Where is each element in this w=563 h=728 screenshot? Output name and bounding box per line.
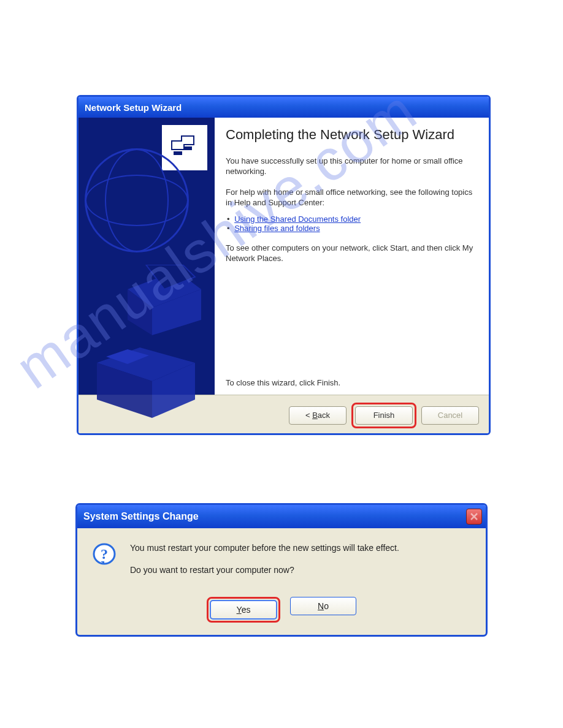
- wizard-titlebar[interactable]: Network Setup Wizard: [79, 97, 489, 118]
- wizard-close-hint: To close this wizard, click Finish.: [226, 378, 340, 387]
- svg-rect-2: [182, 137, 193, 144]
- no-button[interactable]: No: [290, 597, 356, 615]
- close-icon: [470, 512, 478, 521]
- globe-decoration-icon: [85, 148, 189, 252]
- svg-rect-3: [172, 142, 183, 149]
- wizard-body: Completing the Network Setup Wizard You …: [79, 118, 489, 395]
- yes-button-highlight: Yes: [207, 597, 280, 623]
- no-button-accelerator: N: [318, 601, 324, 611]
- yes-button-accelerator: Y: [237, 605, 242, 615]
- back-button-suffix: ack: [318, 411, 330, 420]
- sysdlg-message-line1: You must restart your computer before th…: [130, 543, 399, 553]
- network-setup-wizard-window: Network Setup Wizard: [77, 95, 491, 435]
- back-button-accelerator: B: [312, 411, 318, 420]
- svg-rect-4: [174, 151, 182, 155]
- wizard-paragraph-help: For help with home or small office netwo…: [226, 187, 474, 208]
- wizard-heading: Completing the Network Setup Wizard: [226, 126, 474, 143]
- wizard-paragraph-success: You have successfully set up this comput…: [226, 156, 474, 177]
- back-button-prefix: <: [305, 411, 312, 420]
- svg-text:?: ?: [101, 546, 108, 562]
- close-button[interactable]: [466, 509, 482, 525]
- no-button-suffix: o: [324, 601, 329, 611]
- wizard-paragraph-network-places: To see other computers on your network, …: [226, 243, 474, 264]
- svg-rect-5: [183, 146, 192, 150]
- question-icon: ?: [92, 543, 117, 567]
- link-shared-documents[interactable]: Using the Shared Documents folder: [234, 214, 361, 224]
- sysdlg-titlebar[interactable]: System Settings Change: [77, 505, 486, 528]
- wizard-content-panel: Completing the Network Setup Wizard You …: [215, 118, 489, 395]
- yes-button[interactable]: Yes: [210, 601, 277, 619]
- system-settings-change-dialog: System Settings Change ? You must restar…: [75, 503, 488, 637]
- printer-decoration-icon: [115, 265, 207, 338]
- wizard-title-text: Network Setup Wizard: [85, 102, 182, 113]
- yes-button-suffix: es: [242, 605, 251, 615]
- finish-button-highlight: Finish: [351, 403, 416, 428]
- sysdlg-message: You must restart your computer before th…: [130, 543, 399, 587]
- wizard-help-links-list: Using the Shared Documents folder Sharin…: [227, 214, 474, 233]
- sysdlg-body: ? You must restart your computer before …: [77, 528, 486, 593]
- finish-button[interactable]: Finish: [355, 406, 413, 425]
- folder-decoration-icon: [91, 344, 207, 424]
- sysdlg-message-line2: Do you want to restart your computer now…: [130, 565, 399, 575]
- sysdlg-title-text: System Settings Change: [83, 511, 199, 522]
- back-button[interactable]: < Back: [289, 406, 347, 425]
- wizard-side-panel: [79, 118, 215, 395]
- sysdlg-button-row: Yes No: [77, 593, 486, 632]
- cancel-button: Cancel: [421, 406, 479, 425]
- link-sharing-files[interactable]: Sharing files and folders: [234, 224, 320, 233]
